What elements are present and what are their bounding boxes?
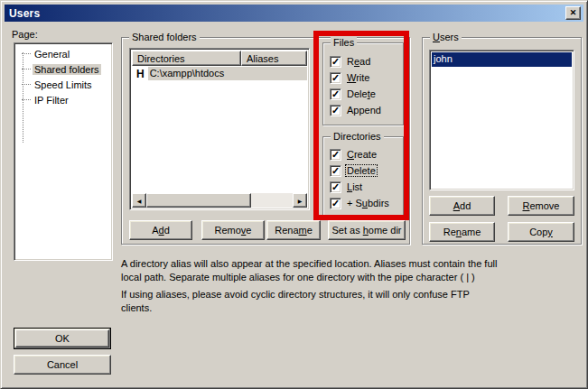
subdirs-checkbox[interactable]: ✓ bbox=[330, 198, 341, 209]
remove-folder-button[interactable]: Remove bbox=[201, 220, 265, 240]
home-dir-marker: H bbox=[132, 68, 148, 80]
create-label: Create bbox=[346, 149, 378, 160]
scrollbar-thumb[interactable] bbox=[146, 193, 251, 208]
checkbox-row-delete-file[interactable]: ✓ Delete bbox=[323, 86, 403, 102]
directory-row[interactable]: H C:\xampp\htdocs bbox=[132, 66, 307, 81]
delete-file-label: Delete bbox=[346, 88, 377, 99]
tree-item-shared-folders[interactable]: Shared folders bbox=[16, 61, 110, 77]
dialog-title: Users bbox=[9, 7, 40, 20]
write-label: Write bbox=[346, 72, 370, 83]
append-checkbox[interactable]: ✓ bbox=[330, 105, 341, 116]
tree-connector-line bbox=[22, 69, 31, 69]
users-group-label: Users bbox=[430, 32, 462, 42]
user-row-john[interactable]: john bbox=[432, 52, 572, 67]
tree-connector-line bbox=[22, 53, 31, 54]
alias-help-text: A directory alias will also appear at th… bbox=[121, 257, 500, 284]
tree-connector-line bbox=[22, 99, 31, 100]
directory-path: C:\xampp\htdocs bbox=[148, 67, 307, 80]
close-icon: ✕ bbox=[570, 9, 577, 17]
read-label: Read bbox=[346, 56, 371, 67]
close-button[interactable]: ✕ bbox=[565, 6, 581, 20]
checkbox-row-list[interactable]: ✓ List bbox=[323, 179, 403, 195]
files-group-label: Files bbox=[331, 37, 357, 48]
copy-user-button[interactable]: Copy bbox=[508, 222, 574, 242]
add-user-button[interactable]: Add bbox=[429, 196, 495, 216]
horizontal-scrollbar[interactable]: ◀ ▶ bbox=[132, 193, 307, 208]
list-label: List bbox=[346, 181, 363, 192]
scrollbar-track[interactable] bbox=[251, 193, 293, 208]
column-header-aliases[interactable]: Aliases bbox=[241, 51, 307, 66]
create-checkbox[interactable]: ✓ bbox=[330, 149, 341, 161]
users-list[interactable]: john bbox=[429, 50, 574, 190]
user-name: john bbox=[434, 53, 453, 64]
arrow-left-icon: ◀ bbox=[137, 198, 142, 204]
ok-button[interactable]: OK bbox=[14, 328, 111, 349]
tree-item-speed-limits[interactable]: Speed Limits bbox=[16, 77, 110, 92]
cyclic-warning-text: If using aliases, please avoid cyclic di… bbox=[121, 288, 500, 315]
delete-file-checkbox[interactable]: ✓ bbox=[330, 88, 341, 100]
checkbox-row-create[interactable]: ✓ Create bbox=[323, 146, 403, 162]
list-body: H C:\xampp\htdocs bbox=[132, 66, 307, 193]
list-header: Directories Aliases bbox=[132, 51, 307, 66]
scroll-left-button[interactable]: ◀ bbox=[132, 193, 146, 208]
tree-item-label: Speed Limits bbox=[33, 79, 94, 90]
directories-perm-group: Directories ✓ Create ✓ Delete ✓ List ✓ +… bbox=[322, 136, 404, 216]
set-as-home-dir-button[interactable]: Set as home dir bbox=[328, 220, 406, 240]
read-checkbox[interactable]: ✓ bbox=[330, 56, 341, 68]
directories-list: Directories Aliases H C:\xampp\htdocs ◀ … bbox=[129, 48, 310, 210]
remove-user-button[interactable]: Remove bbox=[508, 196, 574, 216]
tree-connector-line bbox=[22, 84, 31, 85]
title-bar[interactable]: Users ✕ bbox=[5, 5, 583, 22]
arrow-right-icon: ▶ bbox=[298, 198, 303, 204]
page-label: Page: bbox=[12, 29, 38, 40]
add-folder-button[interactable]: Add bbox=[129, 220, 192, 240]
users-dialog: Users ✕ Page: General Shared folders Spe… bbox=[0, 0, 588, 389]
rename-user-button[interactable]: Rename bbox=[429, 222, 495, 242]
tree-item-general[interactable]: General bbox=[16, 46, 110, 61]
files-group: Files ✓ Read ✓ Write ✓ Delete ✓ Append bbox=[322, 42, 404, 125]
tree-item-ip-filter[interactable]: IP Filter bbox=[16, 92, 110, 107]
delete-dir-label: Delete bbox=[346, 165, 377, 176]
write-checkbox[interactable]: ✓ bbox=[330, 72, 341, 84]
column-header-directories[interactable]: Directories bbox=[132, 51, 241, 66]
append-label: Append bbox=[346, 105, 382, 116]
delete-dir-checkbox[interactable]: ✓ bbox=[330, 165, 341, 177]
tree-item-label: Shared folders bbox=[33, 64, 101, 75]
checkbox-row-append[interactable]: ✓ Append bbox=[323, 102, 403, 118]
scroll-right-button[interactable]: ▶ bbox=[293, 193, 307, 208]
cancel-button[interactable]: Cancel bbox=[14, 355, 111, 375]
shared-folders-group-label: Shared folders bbox=[129, 32, 200, 42]
checkbox-row-subdirs[interactable]: ✓ + Subdirs bbox=[323, 195, 403, 211]
tree-item-label: General bbox=[33, 49, 71, 60]
checkbox-row-read[interactable]: ✓ Read bbox=[323, 53, 403, 69]
page-tree: General Shared folders Speed Limits IP F… bbox=[14, 42, 113, 261]
directories-group-label: Directories bbox=[331, 131, 384, 142]
rename-folder-button[interactable]: Rename bbox=[266, 220, 321, 240]
tree-item-label: IP Filter bbox=[33, 95, 70, 106]
list-checkbox[interactable]: ✓ bbox=[330, 181, 341, 193]
checkbox-row-delete-dir[interactable]: ✓ Delete bbox=[323, 162, 403, 179]
subdirs-label: + Subdirs bbox=[346, 198, 390, 208]
checkbox-row-write[interactable]: ✓ Write bbox=[323, 69, 403, 86]
